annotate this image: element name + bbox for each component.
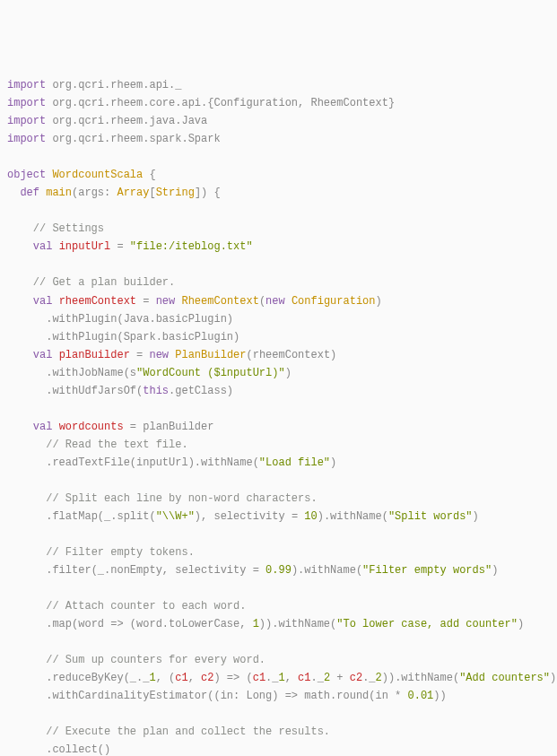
keyword-object: object: [7, 169, 46, 181]
comment-filter: // Filter empty tokens.: [46, 546, 195, 559]
keyword-import: import: [7, 115, 46, 127]
object-name: WordcountScala: [52, 169, 143, 181]
keyword-val: val: [33, 240, 53, 253]
code-block: import org.qcri.rheem.api._ import org.q…: [7, 76, 550, 756]
comment-builder: // Get a plan builder.: [33, 276, 175, 289]
comment-settings: // Settings: [33, 222, 104, 235]
keyword-import: import: [7, 97, 46, 109]
comment-read: // Read the text file.: [46, 439, 187, 451]
string-inputurl: "file:/iteblog.txt": [130, 240, 253, 253]
comment-split: // Split each line by non-word character…: [46, 492, 317, 505]
comment-exec: // Execute the plan and collect the resu…: [46, 726, 330, 738]
keyword-import: import: [7, 133, 46, 145]
keyword-import: import: [7, 79, 46, 91]
comment-sum: // Sum up counters for every word.: [46, 654, 265, 666]
keyword-val: val: [33, 349, 53, 361]
keyword-def: def: [20, 187, 39, 199]
keyword-val: val: [33, 421, 53, 433]
comment-attach: // Attach counter to each word.: [46, 600, 246, 613]
method-main: main: [46, 187, 72, 199]
keyword-val: val: [33, 295, 53, 308]
